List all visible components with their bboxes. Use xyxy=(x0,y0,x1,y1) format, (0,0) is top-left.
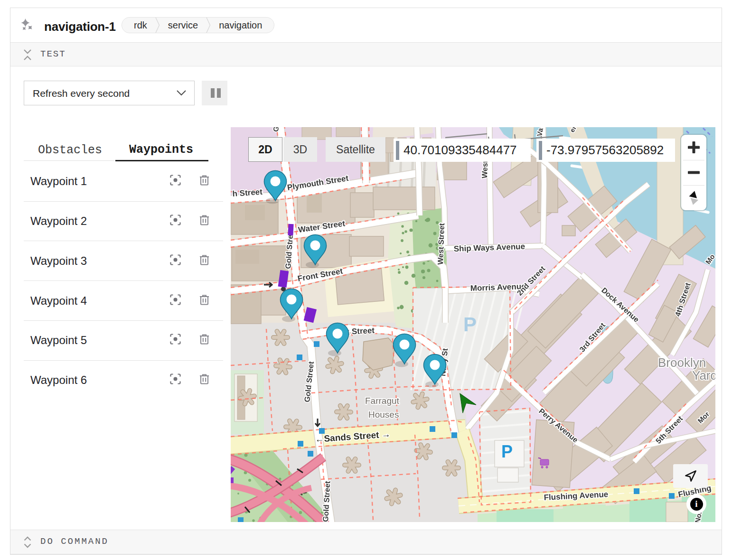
svg-text:Houses: Houses xyxy=(368,410,399,420)
svg-text:P: P xyxy=(501,442,513,461)
svg-text:Go: Go xyxy=(272,127,281,132)
svg-text:P: P xyxy=(463,313,477,336)
svg-text:Va: Va xyxy=(535,127,544,137)
svg-text:West: West xyxy=(480,160,489,178)
svg-text:West Street: West Street xyxy=(436,223,446,265)
svg-text:k Street: k Street xyxy=(345,326,375,336)
svg-text:Yard: Yard xyxy=(692,368,715,383)
svg-text:Brooklyn: Brooklyn xyxy=(658,355,706,370)
svg-text:Farragut: Farragut xyxy=(365,396,400,406)
